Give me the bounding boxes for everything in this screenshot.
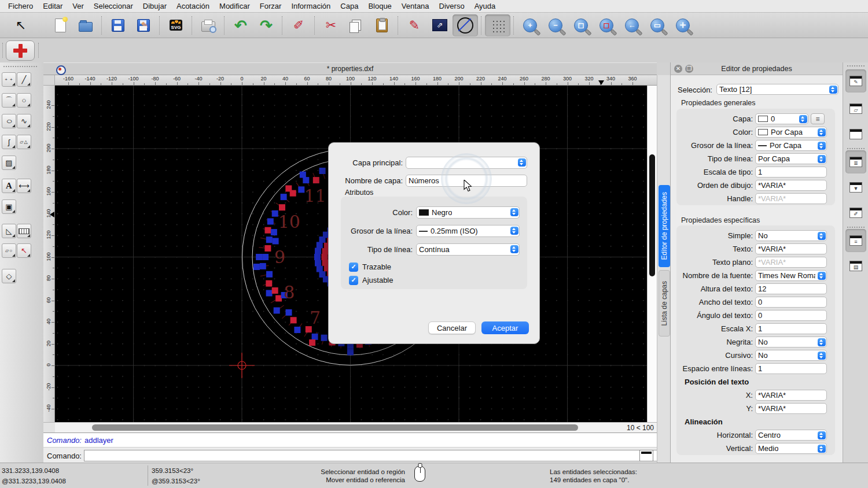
menu-fichero[interactable]: Fichero [8,2,33,10]
ajustable-checkbox[interactable]: ✓ [349,276,358,285]
texto-input[interactable]: *VARIA* [755,243,827,254]
tool-dimensions[interactable]: ⟷ [17,179,31,193]
escala-x-input[interactable]: 1 [755,323,827,334]
menu-modificar[interactable]: Modificar [219,2,250,10]
dock-toggle-named-views[interactable]: ▤ [845,254,866,278]
toolbar-redo[interactable]: ↷ [253,14,279,36]
tool-images[interactable]: ▣ [2,199,16,214]
toolbar-copy[interactable] [344,14,369,36]
close-icon[interactable]: ✕ [674,65,682,73]
dock-toggle-block-list[interactable]: ▱ [845,97,866,120]
x-input[interactable]: *VARIA* [755,390,827,401]
cancel-button[interactable]: Cancelar [428,321,476,334]
ancho-del-texto-input[interactable]: 0 [755,297,827,308]
tipo-de-linea-dropdown[interactable]: Por Capa [755,153,827,164]
angulo-del-texto-input[interactable]: 0 [755,310,827,321]
grosor-de-la-linea-dropdown[interactable]: 0.25mm (ISO) [416,225,520,237]
toolbar-grid-toggle[interactable] [485,14,510,36]
tool-select[interactable]: ↖ [17,243,31,258]
toolbar-zoom-auto[interactable]: ◻ [568,14,594,36]
toolbar-zoom-previous[interactable]: ← [619,14,645,36]
horizontal-scrollbar[interactable]: 10 < 100 [55,422,657,432]
nombre-de-capa-input[interactable]: Números [406,175,527,187]
tipo-de-linea-dropdown[interactable]: Contínua [416,243,520,256]
espacio-entre-lineas-input[interactable]: 1 [755,363,827,374]
toolbar-undo[interactable]: ↶ [228,14,253,36]
vertical-scrollbar-thumb[interactable] [649,154,655,276]
toolbar-save[interactable] [105,14,131,36]
toolbar-zoom-pan[interactable]: ✛ [670,14,696,36]
menu-bloque[interactable]: Bloque [368,2,391,10]
toolbar-open-file[interactable] [73,14,98,36]
toolbar-pointer-select[interactable]: ↖ [8,14,34,36]
dock-toggle-layer-list[interactable]: ≣ [845,150,866,173]
horizontal-scrollbar-thumb[interactable] [92,424,578,431]
toolbar-new-document[interactable] [47,14,73,36]
negrita-dropdown[interactable]: No [755,337,827,347]
seleccion-dropdown[interactable]: Texto [12] [716,84,838,95]
color-dropdown[interactable]: Por Capa [755,127,827,138]
toolbar-print-preview[interactable] [196,14,221,36]
dock-toggle-library-browser[interactable] [845,123,866,146]
selection-dropdown[interactable]: Texto [12] [716,84,838,95]
cursivo-dropdown[interactable]: No [755,350,827,361]
toolbar-zoom-window[interactable]: ▭ [645,14,670,36]
toolbar-save-as[interactable]: ✎ [131,14,156,36]
texto-plano-input[interactable]: *VARIA* [755,257,827,268]
tool-polylines[interactable]: ʃ [2,135,16,149]
toolbar-circle-slash[interactable] [453,14,478,36]
tool-draw-tools[interactable]: ◺ [2,224,16,238]
menu-seleccionar[interactable]: Seleccionar [94,2,133,10]
nombre-de-la-fuente-dropdown[interactable]: Times New Roman [755,270,827,281]
toolbar-zoom-in[interactable]: + [517,14,543,36]
add-tool-button[interactable] [6,40,35,61]
menu-diverso[interactable]: Diverso [439,2,465,10]
tool-splines[interactable]: ∿ [17,114,31,128]
toolbar-zoom-selected[interactable]: ◻ [594,14,619,36]
tool-text[interactable]: A [2,179,16,193]
escala-de-tipo-input[interactable]: 1 [755,167,827,178]
capa-principal-dropdown[interactable] [406,157,527,169]
dock-tab-editor-de-propiedades[interactable]: Editor de propiedades [659,185,670,267]
toolbar-delete-entities[interactable]: ✐ [286,14,311,36]
float-window-icon[interactable]: ❐ [685,65,693,73]
menu-informacion[interactable]: Información [291,2,330,10]
vertical-dropdown[interactable]: Medio [755,443,827,454]
orden-de-dibujo-input[interactable]: *VARIA* [755,180,827,191]
altura-del-texto-input[interactable]: 12 [755,283,827,294]
menu-ver[interactable]: Ver [72,2,84,10]
dock-toggle-command-widget[interactable]: ≡ [845,229,866,252]
menu-ayuda[interactable]: Ayuda [475,2,496,10]
handle-input[interactable]: *VARIA* [755,193,827,204]
menu-acotacion[interactable]: Acotación [176,2,209,10]
tool-circles[interactable]: ○ [17,93,31,108]
tool-points[interactable]: + + [2,72,16,87]
simple-dropdown[interactable]: No [755,230,827,241]
dock-tab-lista-de-capas[interactable]: Lista de capas [659,270,670,337]
command-window-button[interactable] [639,450,653,461]
menu-forzar[interactable]: Forzar [260,2,282,10]
toolbar-draw-pencil[interactable]: ✎ [402,14,427,36]
command-input[interactable] [84,450,667,461]
layer-menu-button[interactable]: ≡ [811,113,825,124]
toolbar-cut[interactable]: ✂ [318,14,344,36]
menu-dibujar[interactable]: Dibujar [143,2,167,10]
horizontal-dropdown[interactable]: Centro [755,430,827,441]
menu-editar[interactable]: Editar [43,2,62,10]
dock-toggle-property-editor[interactable]: ✎ [845,69,866,93]
tool-shapes[interactable]: ▱△ [17,135,31,149]
menu-capa[interactable]: Capa [340,2,358,10]
toolbar-svg-export[interactable]: SVG [163,14,189,36]
trazable-checkbox[interactable]: ✓ [349,263,358,272]
toolbar-paste[interactable] [369,14,395,36]
dock-toggle-pen-palette[interactable]: ✐ [845,201,866,224]
tool-arcs[interactable]: ⌒ [2,93,16,108]
color-dropdown[interactable]: Negro [416,206,520,219]
tool-modify[interactable]: ▱○ [2,243,16,258]
accept-button[interactable]: Aceptar [481,321,529,334]
menu-ventana[interactable]: Ventana [402,2,429,10]
y-input[interactable]: *VARIA* [755,403,827,414]
tool-measure[interactable] [17,224,31,238]
toolbar-edit-attributes[interactable]: ⇗ [427,14,453,36]
tool-hatches[interactable]: ▨ [2,156,16,170]
